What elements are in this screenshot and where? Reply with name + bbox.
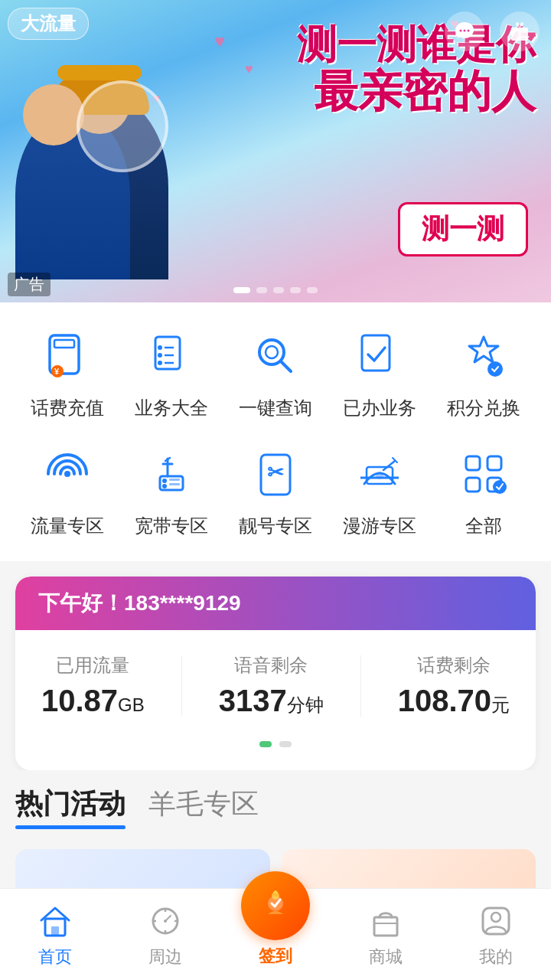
card-section: 下午好！183****9129 已用流量 10.87GB 语音剩余 3137分钟… xyxy=(0,561,551,770)
stat-voice-remain-label: 语音剩余 xyxy=(234,653,308,678)
menu-item-recharge[interactable]: ¥ 话费充值 xyxy=(25,325,109,420)
home-icon xyxy=(35,901,75,941)
menu-item-fancy-number[interactable]: ✂ 靓号专区 xyxy=(233,443,318,538)
nav-profile-label: 我的 xyxy=(479,946,513,969)
checkin-icon xyxy=(241,871,310,940)
banner-cta-button[interactable]: 测一测 xyxy=(398,202,528,256)
menu-item-roaming[interactable]: 漫游专区 xyxy=(337,443,422,538)
svg-point-1 xyxy=(464,30,466,32)
svg-line-18 xyxy=(281,361,291,371)
svg-rect-38 xyxy=(51,926,59,936)
menu-item-points[interactable]: 积分兑换 xyxy=(442,325,526,420)
svg-rect-7 xyxy=(54,340,74,348)
stat-divider-2 xyxy=(360,655,361,717)
stat-data-used: 已用流量 10.87GB xyxy=(41,653,145,718)
nav-checkin[interactable]: 签到 xyxy=(226,871,325,968)
ad-label: 广告 xyxy=(8,273,51,296)
menu-label-completed: 已办业务 xyxy=(343,396,416,420)
nav-profile[interactable]: 我的 xyxy=(446,901,546,969)
nav-home-label: 首页 xyxy=(38,946,72,969)
menu-label-data: 流量专区 xyxy=(31,514,104,538)
svg-point-21 xyxy=(487,361,503,377)
bottom-nav: 首页 周边 签到 xyxy=(0,888,551,980)
shop-icon xyxy=(366,901,406,941)
message-icon[interactable] xyxy=(445,11,484,51)
menu-label-fancy-number: 靓号专区 xyxy=(239,514,312,538)
svg-text:¥: ¥ xyxy=(54,367,60,376)
user-card: 下午好！183****9129 已用流量 10.87GB 语音剩余 3137分钟… xyxy=(15,577,536,770)
nav-home[interactable]: 首页 xyxy=(5,901,105,969)
menu-label-broadband: 宽带专区 xyxy=(135,514,208,538)
menu-item-query[interactable]: 一键查询 xyxy=(233,325,318,420)
menu-label-all: 全部 xyxy=(465,514,502,538)
nav-shop-label: 商城 xyxy=(369,946,403,969)
svg-rect-32 xyxy=(466,456,480,470)
nav-nearby[interactable]: 周边 xyxy=(116,901,215,969)
user-stats: 已用流量 10.87GB 语音剩余 3137分钟 话费剩余 108.70元 xyxy=(15,630,536,726)
banner-badge: 大流量 xyxy=(8,8,89,40)
svg-line-45 xyxy=(165,916,171,921)
svg-point-12 xyxy=(158,353,162,358)
svg-point-19 xyxy=(266,346,278,358)
svg-point-51 xyxy=(491,913,500,922)
nav-nearby-label: 周边 xyxy=(148,946,182,969)
card-dot-active xyxy=(259,741,272,747)
tab-woolly[interactable]: 羊毛专区 xyxy=(148,786,259,829)
user-card-header: 下午好！183****9129 xyxy=(15,577,536,630)
profile-icon xyxy=(476,901,516,941)
menu-item-services[interactable]: 业务大全 xyxy=(129,325,214,420)
nav-checkin-label: 签到 xyxy=(259,945,292,968)
stat-balance: 话费剩余 108.70元 xyxy=(398,653,510,718)
menu-item-data[interactable]: 流量专区 xyxy=(25,443,109,538)
svg-point-13 xyxy=(158,361,162,365)
tab-row: 热门活动 羊毛专区 xyxy=(15,786,536,834)
svg-text:✂: ✂ xyxy=(267,461,284,484)
svg-rect-33 xyxy=(487,456,501,470)
menu-item-completed[interactable]: 已办业务 xyxy=(337,325,422,420)
svg-point-24 xyxy=(162,479,167,483)
nearby-icon xyxy=(145,901,185,941)
tab-hot-activities[interactable]: 热门活动 xyxy=(15,786,126,829)
stat-voice-remain-value: 3137分钟 xyxy=(219,684,324,718)
menu-label-roaming: 漫游专区 xyxy=(343,514,416,538)
svg-rect-26 xyxy=(169,479,180,481)
menu-item-broadband[interactable]: 宽带专区 xyxy=(129,443,214,538)
svg-point-0 xyxy=(460,30,462,32)
menu-label-recharge: 话费充值 xyxy=(31,396,104,420)
menu-row-1: ¥ 话费充值 业务大全 xyxy=(0,318,551,436)
banner[interactable]: ♥ ♥ ♥ ♥ 大流量 测一测谁是你 最亲密的人 测一测 xyxy=(0,0,551,302)
stat-voice-remain: 语音剩余 3137分钟 xyxy=(219,653,324,718)
menu-item-all[interactable]: 全部 xyxy=(442,443,526,538)
card-dots xyxy=(15,726,536,747)
stat-balance-label: 话费剩余 xyxy=(417,653,491,678)
menu-row-2: 流量专区 宽带专区 xyxy=(0,436,551,554)
stat-data-used-value: 10.87GB xyxy=(41,684,145,718)
menu-label-services: 业务大全 xyxy=(135,396,208,420)
card-dot-inactive xyxy=(279,741,292,747)
svg-point-11 xyxy=(158,345,162,350)
stat-balance-value: 108.70元 xyxy=(398,684,510,718)
menu-label-query: 一键查询 xyxy=(239,396,312,420)
svg-point-22 xyxy=(64,471,70,477)
menu-grid: ¥ 话费充值 业务大全 xyxy=(0,302,551,561)
svg-rect-27 xyxy=(169,483,180,485)
stat-data-used-label: 已用流量 xyxy=(56,653,129,678)
svg-rect-5 xyxy=(518,28,521,41)
svg-rect-48 xyxy=(374,917,397,936)
svg-rect-20 xyxy=(362,335,390,371)
svg-rect-34 xyxy=(466,478,480,492)
svg-point-2 xyxy=(468,30,470,32)
nav-shop[interactable]: 商城 xyxy=(336,901,435,969)
stat-divider-1 xyxy=(181,655,182,717)
user-greeting: 下午好！183****9129 xyxy=(38,591,241,615)
gift-icon[interactable] xyxy=(500,11,540,51)
svg-point-25 xyxy=(162,484,167,488)
banner-dots xyxy=(233,287,318,293)
svg-point-47 xyxy=(272,892,279,900)
svg-point-31 xyxy=(376,472,383,479)
menu-label-points: 积分兑换 xyxy=(447,396,520,420)
